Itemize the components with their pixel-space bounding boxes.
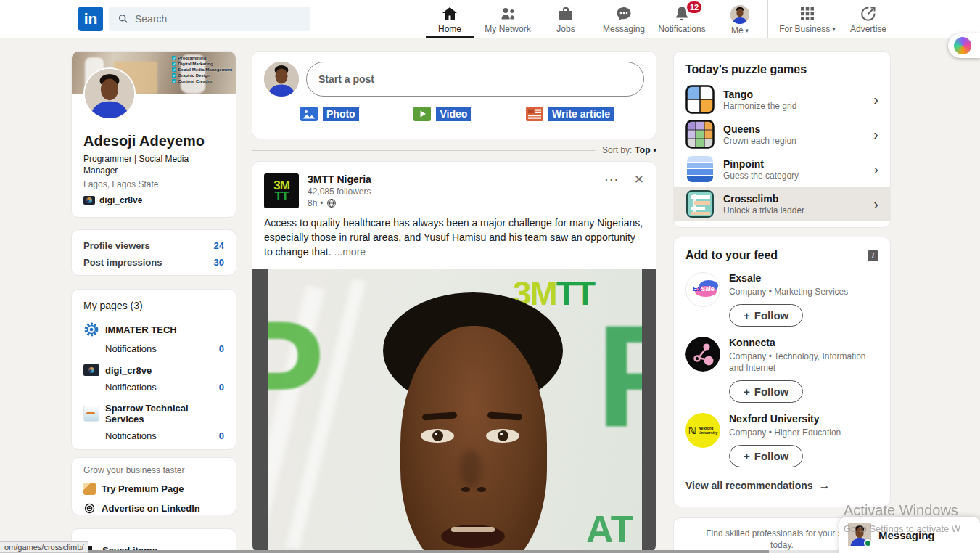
post-video[interactable]: P F AT 3MTT — [252, 269, 656, 553]
saved-items-card[interactable]: Saved items — [71, 528, 236, 553]
add-to-feed-title: Add to your feed — [685, 249, 778, 262]
stat-value: 24 — [214, 240, 224, 251]
post-composer-card: Start a post Photo Video Write article — [252, 51, 656, 139]
photo-button[interactable]: Photo — [300, 107, 359, 121]
browser-extension-button[interactable] — [948, 33, 980, 58]
primary-nav: Home My Network Jobs Messaging 12 Notifi… — [421, 0, 769, 38]
nav-label: Messaging — [603, 25, 645, 33]
profile-name[interactable]: Adesoji Adeyemo — [83, 133, 205, 149]
chevron-down-icon: ▾ — [832, 25, 836, 33]
game-row-tango[interactable]: TangoHarmonize the grid › — [674, 82, 890, 117]
post-dismiss-button[interactable]: ✕ — [634, 172, 644, 187]
nav-notifications[interactable]: 12 Notifications — [653, 0, 711, 38]
pinpoint-icon — [685, 155, 715, 184]
info-icon[interactable]: i — [868, 250, 878, 261]
photo-icon — [300, 107, 318, 121]
horizontal-scrollbar[interactable] — [0, 550, 980, 553]
sort-value[interactable]: Top — [635, 145, 650, 155]
linkedin-home-page: in Home My Network Jobs Messaging — [0, 0, 980, 553]
suggestion-name[interactable]: Konnecta — [729, 337, 878, 348]
notification-count: 0 — [219, 343, 224, 354]
ad-text-line1: Find skilled professionals for your smal… — [706, 528, 857, 539]
check-icon: ✓ — [172, 67, 176, 72]
nav-home[interactable]: Home — [421, 0, 479, 38]
see-more-link[interactable]: ...more — [334, 246, 366, 258]
post-author-logo[interactable]: 3MTT — [264, 173, 299, 208]
sort-by-label: Sort by: — [602, 145, 632, 155]
target-icon — [83, 502, 96, 515]
feed-post: 3MTT 3MTT Nigeria 42,085 followers 8h• ⋯… — [252, 161, 656, 553]
write-article-button[interactable]: Write article — [526, 107, 614, 121]
me-avatar — [730, 5, 749, 24]
post-text: Access to quality healthcare has always … — [252, 208, 656, 259]
post-overflow-menu[interactable]: ⋯ — [604, 171, 619, 188]
digi-cr8ve-logo — [83, 364, 99, 376]
puzzle-games-title: Today's puzzle games — [674, 63, 890, 76]
profile-viewers-row[interactable]: Profile viewers 24 — [72, 237, 236, 254]
profile-card: ✓Programming ✓Digital Marketing ✓Social … — [71, 51, 236, 218]
post-impressions-row[interactable]: Post impressions 30 — [72, 254, 236, 271]
post-author-name[interactable]: 3MTT Nigeria — [308, 173, 371, 185]
nav-jobs[interactable]: Jobs — [537, 0, 595, 38]
follow-button[interactable]: +Follow — [729, 445, 803, 467]
suggestion-desc: Company • Higher Education — [729, 427, 841, 438]
nav-messaging[interactable]: Messaging — [595, 0, 653, 38]
notification-count: 0 — [219, 430, 224, 441]
view-all-recommendations-link[interactable]: View all recommendations → — [674, 467, 890, 504]
nav-for-business[interactable]: For Business▾ — [773, 0, 841, 38]
follow-button[interactable]: +Follow — [729, 304, 803, 327]
check-icon: ✓ — [172, 62, 176, 66]
my-pages-title: My pages (3) — [72, 300, 236, 311]
suggestion-nexford: ℕ NexfordUniversity Nexford University C… — [674, 403, 890, 467]
exsale-logo[interactable]: ExSale — [685, 272, 720, 307]
nav-me[interactable]: Me▾ — [711, 0, 769, 38]
avatar[interactable] — [83, 67, 136, 120]
avatar[interactable] — [264, 62, 299, 97]
right-sidebar: Today's puzzle games TangoHarmonize the … — [673, 51, 891, 553]
chevron-right-icon: › — [873, 161, 878, 178]
chevron-right-icon: › — [873, 126, 878, 143]
suggestion-name[interactable]: Nexford University — [729, 413, 841, 425]
nav-label: For Business▾ — [779, 25, 836, 33]
messaging-dock[interactable]: Messaging — [839, 517, 980, 553]
grow-business-card: Grow your business faster Try Premium Pa… — [71, 457, 236, 515]
banner-skill: ✓Content Creation — [172, 79, 232, 83]
nav-label: Advertise — [850, 25, 886, 33]
game-row-crossclimb[interactable]: CrossclimbUnlock a trivia ladder › — [674, 187, 890, 221]
try-premium-link[interactable]: Try Premium Page — [83, 483, 224, 495]
start-post-input[interactable]: Start a post — [306, 62, 644, 97]
plus-icon: + — [744, 385, 750, 398]
nav-my-network[interactable]: My Network — [479, 0, 537, 38]
game-row-pinpoint[interactable]: PinpointGuess the category › — [674, 152, 890, 187]
nav-advertise[interactable]: Advertise — [841, 0, 895, 38]
chevron-down-icon[interactable]: ▾ — [653, 147, 656, 154]
konnecta-logo[interactable] — [685, 337, 720, 372]
messaging-icon — [615, 5, 633, 22]
jobs-icon — [557, 5, 575, 22]
game-row-queens[interactable]: QueensCrown each region › — [674, 117, 890, 152]
profile-headline: Programmer | Social Media Manager — [83, 153, 225, 176]
profile-location: Lagos, Lagos State — [83, 179, 158, 189]
top-navbar: in Home My Network Jobs Messaging — [0, 0, 980, 38]
search-bar[interactable] — [109, 7, 310, 31]
post-author-followers: 42,085 followers — [308, 187, 371, 197]
video-button[interactable]: Video — [413, 107, 471, 121]
follow-button[interactable]: +Follow — [729, 380, 803, 403]
check-icon: ✓ — [172, 73, 176, 78]
post-timestamp: 8h• — [308, 198, 371, 208]
suggestion-konnecta: Konnecta Company • Technology, Informati… — [674, 327, 890, 403]
page-entry-sparrow: Sparrow Technical Services Notifications… — [72, 403, 236, 441]
messaging-label: Messaging — [878, 529, 935, 541]
suggestion-name[interactable]: Exsale — [729, 272, 848, 284]
linkedin-logo[interactable]: in — [78, 7, 103, 31]
scrollbar-thumb[interactable] — [0, 550, 769, 553]
background-letter: F — [596, 304, 642, 449]
search-input[interactable] — [135, 13, 295, 25]
nexford-logo[interactable]: ℕ NexfordUniversity — [685, 413, 720, 448]
banner-skill: ✓Social Media Management — [172, 67, 232, 72]
stats-card: Profile viewers 24 Post impressions 30 — [71, 229, 236, 276]
link-preview-statusbar: om/games/crossclimb/ — [0, 541, 88, 553]
home-icon — [441, 5, 458, 22]
profile-company[interactable]: digi_cr8ve — [83, 195, 142, 205]
advertise-on-linkedin-link[interactable]: Advertise on LinkedIn — [83, 502, 224, 515]
